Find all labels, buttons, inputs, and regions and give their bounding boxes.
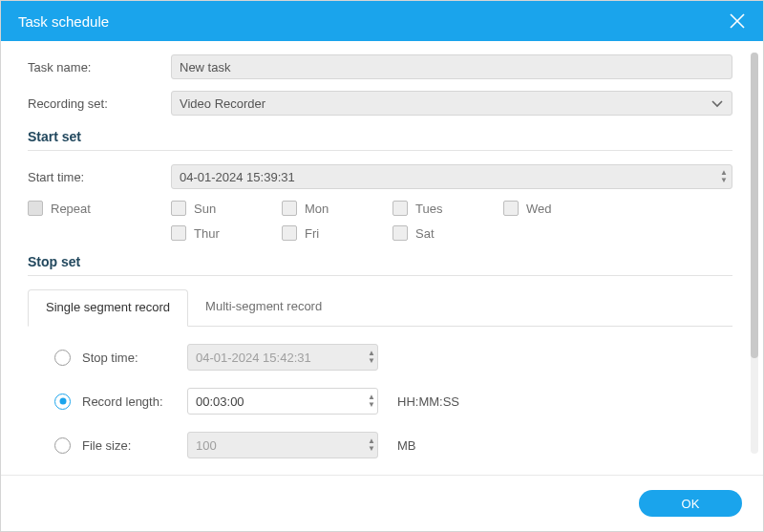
checkbox-icon <box>393 225 408 241</box>
radio-icon <box>54 437 71 454</box>
spin-down-icon[interactable]: ▼ <box>368 401 375 409</box>
option-file-size[interactable]: File size: 100 ▲ ▼ MB <box>28 432 732 458</box>
dialog-footer: OK <box>1 475 763 531</box>
stop-time-input[interactable]: 04-01-2024 15:42:31 ▲ ▼ <box>187 344 378 371</box>
spin-down-icon[interactable]: ▼ <box>720 177 728 184</box>
recording-set-label: Recording set: <box>28 96 171 111</box>
checkbox-icon <box>503 201 519 216</box>
checkbox-icon <box>171 201 186 216</box>
task-schedule-dialog: Task schedule Task name: New task Record… <box>0 0 764 532</box>
checkbox-icon <box>28 201 43 216</box>
day-wed[interactable]: Wed <box>503 201 608 216</box>
start-set-heading: Start set <box>28 129 732 144</box>
divider <box>28 150 732 151</box>
file-size-input[interactable]: 100 ▲ ▼ <box>187 432 378 458</box>
radio-icon <box>54 394 71 410</box>
record-length-input[interactable]: 00:03:00 ▲ ▼ <box>187 388 378 415</box>
tab-multi-segment[interactable]: Multi-segment record <box>188 289 339 326</box>
close-button[interactable] <box>729 12 746 30</box>
start-time-label: Start time: <box>28 170 171 184</box>
days-grid: Sun Mon Tues Wed Thur Fri Sat <box>171 201 608 241</box>
task-name-input[interactable]: New task <box>171 54 732 79</box>
close-icon <box>729 12 746 30</box>
checkbox-icon <box>282 201 297 216</box>
day-sat[interactable]: Sat <box>393 225 498 241</box>
dialog-body: Task name: New task Recording set: Video… <box>1 41 763 475</box>
radio-icon <box>54 350 71 366</box>
spin-down-icon[interactable]: ▼ <box>368 445 375 453</box>
dialog-title: Task schedule <box>18 13 109 30</box>
divider <box>28 275 732 276</box>
chevron-down-icon <box>711 96 724 110</box>
tab-single-segment[interactable]: Single segment record <box>28 289 188 327</box>
recording-set-select[interactable]: Video Recorder <box>171 91 732 116</box>
option-stop-time[interactable]: Stop time: 04-01-2024 15:42:31 ▲ ▼ <box>28 344 732 371</box>
scrollbar[interactable] <box>751 53 758 454</box>
titlebar: Task schedule <box>1 1 763 41</box>
spin-down-icon[interactable]: ▼ <box>368 357 375 365</box>
scrollbar-thumb[interactable] <box>751 53 758 358</box>
task-name-label: Task name: <box>28 60 171 74</box>
day-tues[interactable]: Tues <box>393 201 498 216</box>
ok-button[interactable]: OK <box>639 490 742 517</box>
start-time-input[interactable]: 04-01-2024 15:39:31 ▲ ▼ <box>171 164 732 189</box>
checkbox-icon <box>171 225 186 241</box>
checkbox-icon <box>282 225 297 241</box>
day-mon[interactable]: Mon <box>282 201 387 216</box>
checkbox-icon <box>393 201 408 216</box>
stop-set-heading: Stop set <box>28 254 732 269</box>
day-fri[interactable]: Fri <box>282 225 387 241</box>
stop-tabs: Single segment record Multi-segment reco… <box>28 289 732 327</box>
day-thur[interactable]: Thur <box>171 225 276 241</box>
record-length-unit: HH:MM:SS <box>397 394 459 409</box>
option-record-length[interactable]: Record length: 00:03:00 ▲ ▼ HH:MM:SS <box>28 388 732 415</box>
repeat-checkbox[interactable]: Repeat <box>28 201 171 216</box>
file-size-unit: MB <box>397 438 416 453</box>
day-sun[interactable]: Sun <box>171 201 276 216</box>
